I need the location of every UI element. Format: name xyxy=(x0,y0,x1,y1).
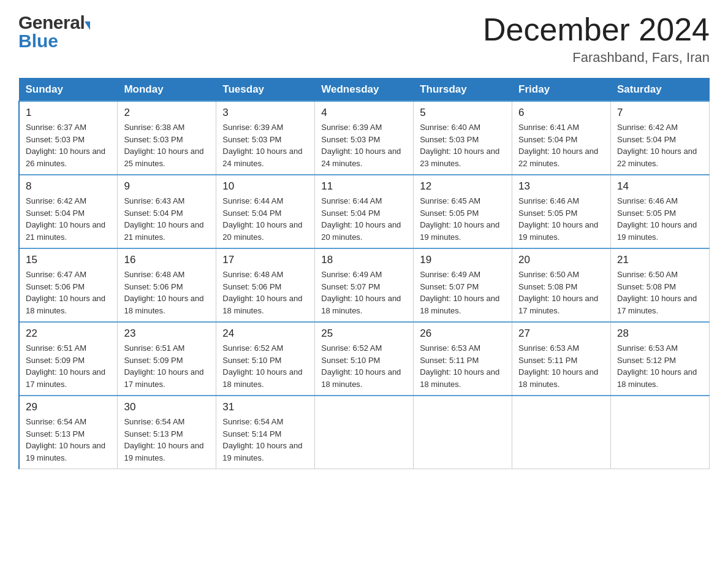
calendar-cell: 24 Sunrise: 6:52 AM Sunset: 5:10 PM Dayl… xyxy=(216,322,315,396)
day-number: 29 xyxy=(26,401,111,413)
day-info: Sunrise: 6:49 AM Sunset: 5:07 PM Dayligh… xyxy=(321,269,407,316)
day-number: 2 xyxy=(124,107,210,119)
calendar-cell: 29 Sunrise: 6:54 AM Sunset: 5:13 PM Dayl… xyxy=(19,396,118,469)
day-number: 15 xyxy=(26,254,111,266)
sunrise-text: Sunrise: 6:52 AM xyxy=(321,343,382,353)
daylight-text: Daylight: 10 hours and 24 minutes. xyxy=(222,147,302,168)
sunset-text: Sunset: 5:03 PM xyxy=(26,135,85,144)
calendar-cell: 8 Sunrise: 6:42 AM Sunset: 5:04 PM Dayli… xyxy=(19,175,118,248)
sunset-text: Sunset: 5:11 PM xyxy=(420,356,479,365)
sunset-text: Sunset: 5:03 PM xyxy=(124,135,183,144)
calendar-week-row: 1 Sunrise: 6:37 AM Sunset: 5:03 PM Dayli… xyxy=(19,101,710,175)
sunrise-text: Sunrise: 6:44 AM xyxy=(222,196,283,205)
sunset-text: Sunset: 5:05 PM xyxy=(617,209,676,218)
col-saturday: Saturday xyxy=(611,79,710,102)
calendar-cell: 20 Sunrise: 6:50 AM Sunset: 5:08 PM Dayl… xyxy=(512,248,611,322)
page-header: General Blue December 2024 Farashband, F… xyxy=(18,12,710,66)
daylight-text: Daylight: 10 hours and 20 minutes. xyxy=(222,220,302,242)
day-number: 28 xyxy=(617,327,703,340)
sunset-text: Sunset: 5:03 PM xyxy=(222,135,281,144)
day-info: Sunrise: 6:51 AM Sunset: 5:09 PM Dayligh… xyxy=(26,342,111,390)
sunrise-text: Sunrise: 6:44 AM xyxy=(321,196,382,205)
day-info: Sunrise: 6:40 AM Sunset: 5:03 PM Dayligh… xyxy=(420,121,506,169)
sunrise-text: Sunrise: 6:49 AM xyxy=(321,270,382,279)
calendar-cell: 28 Sunrise: 6:53 AM Sunset: 5:12 PM Dayl… xyxy=(611,322,710,396)
sunset-text: Sunset: 5:06 PM xyxy=(26,282,85,291)
calendar-cell: 18 Sunrise: 6:49 AM Sunset: 5:07 PM Dayl… xyxy=(315,248,414,322)
sunrise-text: Sunrise: 6:53 AM xyxy=(518,343,579,353)
sunset-text: Sunset: 5:04 PM xyxy=(321,209,380,218)
day-info: Sunrise: 6:43 AM Sunset: 5:04 PM Dayligh… xyxy=(124,195,210,243)
day-number: 12 xyxy=(420,180,506,193)
calendar-cell: 13 Sunrise: 6:46 AM Sunset: 5:05 PM Dayl… xyxy=(512,175,611,248)
sunset-text: Sunset: 5:09 PM xyxy=(26,356,85,365)
calendar-week-row: 8 Sunrise: 6:42 AM Sunset: 5:04 PM Dayli… xyxy=(19,175,710,248)
sunrise-text: Sunrise: 6:48 AM xyxy=(222,270,283,279)
calendar-cell: 22 Sunrise: 6:51 AM Sunset: 5:09 PM Dayl… xyxy=(19,322,118,396)
calendar-cell: 11 Sunrise: 6:44 AM Sunset: 5:04 PM Dayl… xyxy=(315,175,414,248)
sunset-text: Sunset: 5:06 PM xyxy=(222,282,281,291)
daylight-text: Daylight: 10 hours and 17 minutes. xyxy=(518,294,598,315)
location: Farashband, Fars, Iran xyxy=(483,50,710,66)
calendar-cell xyxy=(611,396,710,469)
calendar-cell: 1 Sunrise: 6:37 AM Sunset: 5:03 PM Dayli… xyxy=(19,101,118,175)
daylight-text: Daylight: 10 hours and 25 minutes. xyxy=(124,147,203,168)
calendar-cell xyxy=(315,396,414,469)
sunrise-text: Sunrise: 6:42 AM xyxy=(617,123,678,132)
calendar-cell: 2 Sunrise: 6:38 AM Sunset: 5:03 PM Dayli… xyxy=(118,101,216,175)
calendar-cell xyxy=(414,396,512,469)
daylight-text: Daylight: 10 hours and 20 minutes. xyxy=(321,220,401,242)
day-number: 25 xyxy=(321,327,407,340)
calendar-cell: 9 Sunrise: 6:43 AM Sunset: 5:04 PM Dayli… xyxy=(118,175,216,248)
sunrise-text: Sunrise: 6:42 AM xyxy=(26,196,86,205)
col-tuesday: Tuesday xyxy=(216,79,315,102)
calendar-cell: 19 Sunrise: 6:49 AM Sunset: 5:07 PM Dayl… xyxy=(414,248,512,322)
calendar-cell: 7 Sunrise: 6:42 AM Sunset: 5:04 PM Dayli… xyxy=(611,101,710,175)
day-info: Sunrise: 6:53 AM Sunset: 5:11 PM Dayligh… xyxy=(420,342,506,390)
daylight-text: Daylight: 10 hours and 18 minutes. xyxy=(420,367,499,389)
day-info: Sunrise: 6:53 AM Sunset: 5:11 PM Dayligh… xyxy=(518,342,604,390)
day-info: Sunrise: 6:54 AM Sunset: 5:14 PM Dayligh… xyxy=(222,416,308,464)
day-info: Sunrise: 6:53 AM Sunset: 5:12 PM Dayligh… xyxy=(617,342,703,390)
sunrise-text: Sunrise: 6:54 AM xyxy=(26,417,86,426)
logo-blue: Blue xyxy=(18,31,58,52)
sunset-text: Sunset: 5:04 PM xyxy=(124,209,183,218)
day-info: Sunrise: 6:54 AM Sunset: 5:13 PM Dayligh… xyxy=(124,416,210,464)
calendar-week-row: 29 Sunrise: 6:54 AM Sunset: 5:13 PM Dayl… xyxy=(19,396,710,469)
sunrise-text: Sunrise: 6:51 AM xyxy=(26,343,86,353)
sunrise-text: Sunrise: 6:49 AM xyxy=(420,270,480,279)
daylight-text: Daylight: 10 hours and 19 minutes. xyxy=(420,220,499,242)
col-friday: Friday xyxy=(512,79,611,102)
daylight-text: Daylight: 10 hours and 19 minutes. xyxy=(617,220,697,242)
daylight-text: Daylight: 10 hours and 18 minutes. xyxy=(321,367,401,389)
day-number: 30 xyxy=(124,401,210,413)
day-number: 7 xyxy=(617,107,703,119)
daylight-text: Daylight: 10 hours and 23 minutes. xyxy=(420,147,499,168)
calendar-table: Sunday Monday Tuesday Wednesday Thursday… xyxy=(18,78,710,469)
calendar-cell: 21 Sunrise: 6:50 AM Sunset: 5:08 PM Dayl… xyxy=(611,248,710,322)
daylight-text: Daylight: 10 hours and 22 minutes. xyxy=(518,147,598,168)
sunrise-text: Sunrise: 6:46 AM xyxy=(617,196,678,205)
calendar-cell: 27 Sunrise: 6:53 AM Sunset: 5:11 PM Dayl… xyxy=(512,322,611,396)
month-title: December 2024 xyxy=(483,12,710,47)
daylight-text: Daylight: 10 hours and 18 minutes. xyxy=(321,294,401,315)
sunrise-text: Sunrise: 6:41 AM xyxy=(518,123,579,132)
sunrise-text: Sunrise: 6:39 AM xyxy=(321,123,382,132)
calendar-cell: 25 Sunrise: 6:52 AM Sunset: 5:10 PM Dayl… xyxy=(315,322,414,396)
sunrise-text: Sunrise: 6:47 AM xyxy=(26,270,86,279)
title-section: December 2024 Farashband, Fars, Iran xyxy=(483,12,710,66)
calendar-cell: 4 Sunrise: 6:39 AM Sunset: 5:03 PM Dayli… xyxy=(315,101,414,175)
daylight-text: Daylight: 10 hours and 18 minutes. xyxy=(617,367,697,389)
day-number: 20 xyxy=(518,254,604,266)
day-number: 9 xyxy=(124,180,210,193)
sunrise-text: Sunrise: 6:50 AM xyxy=(617,270,678,279)
sunset-text: Sunset: 5:11 PM xyxy=(518,356,577,365)
sunset-text: Sunset: 5:13 PM xyxy=(26,429,85,439)
sunset-text: Sunset: 5:05 PM xyxy=(420,209,479,218)
sunset-text: Sunset: 5:04 PM xyxy=(222,209,281,218)
col-sunday: Sunday xyxy=(19,79,118,102)
sunrise-text: Sunrise: 6:54 AM xyxy=(222,417,283,426)
calendar-cell xyxy=(512,396,611,469)
day-number: 21 xyxy=(617,254,703,266)
calendar-cell: 15 Sunrise: 6:47 AM Sunset: 5:06 PM Dayl… xyxy=(19,248,118,322)
